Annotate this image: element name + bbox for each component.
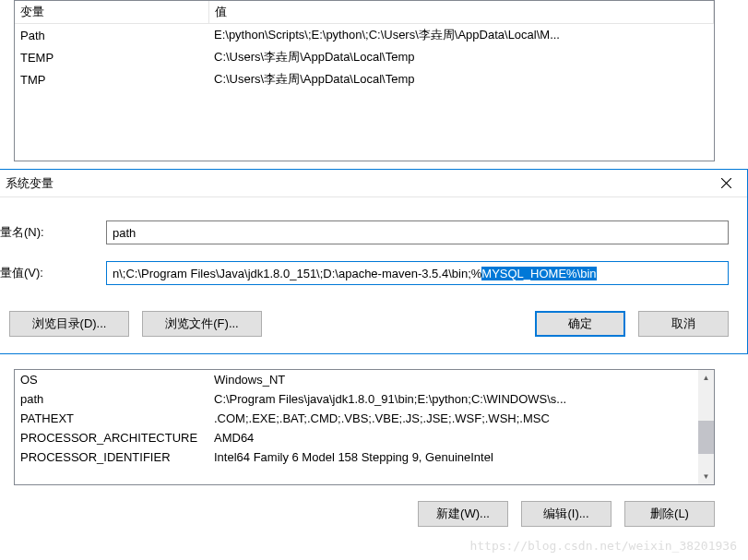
table-row[interactable]: PATHEXT .COM;.EXE;.BAT;.CMD;.VBS;.VBE;.J…	[15, 409, 698, 428]
user-vars-table[interactable]: 变量 值 Path E:\python\Scripts\;E:\python\;…	[14, 0, 715, 161]
table-header-row: 变量 值	[15, 1, 714, 24]
table-row[interactable]: TMP C:\Users\李垚周\AppData\Local\Temp	[15, 68, 714, 90]
scrollbar-thumb[interactable]	[698, 421, 714, 454]
dialog-title: 系统变量	[6, 175, 53, 192]
cell-var: OS	[15, 370, 208, 389]
dialog-titlebar[interactable]: 系统变量	[0, 170, 747, 197]
cell-var: TMP	[15, 68, 208, 90]
cancel-button[interactable]: 取消	[638, 311, 729, 337]
edit-system-variable-dialog: 系统变量 量名(N): 量值(V): n\;C:\Program Files\J…	[0, 169, 748, 354]
scrollbar-vertical[interactable]: ▲ ▼	[698, 370, 714, 484]
table-row[interactable]: PROCESSOR_IDENTIFIER Intel64 Family 6 Mo…	[15, 447, 698, 467]
value-selected: MYSQL_HOME%\bin	[481, 267, 596, 280]
scroll-down-arrow-icon[interactable]: ▼	[698, 469, 714, 484]
cell-val: AMD64	[208, 428, 698, 447]
value-prefix: n\;C:\Program Files\Java\jdk1.8.0_151\;D…	[113, 267, 481, 280]
header-value[interactable]: 值	[208, 1, 714, 24]
watermark-text: https://blog.csdn.net/weixin_38201936	[469, 539, 737, 553]
cell-val: E:\python\Scripts\;E:\python\;C:\Users\李…	[208, 24, 714, 47]
new-button[interactable]: 新建(W)...	[418, 501, 508, 527]
cell-var: Path	[15, 24, 208, 47]
ok-button[interactable]: 确定	[535, 311, 625, 337]
system-vars-button-row: 新建(W)... 编辑(I)... 删除(L)	[14, 501, 715, 527]
edit-button[interactable]: 编辑(I)...	[521, 501, 611, 527]
cell-val: C:\Users\李垚周\AppData\Local\Temp	[208, 46, 714, 68]
cell-val: Intel64 Family 6 Model 158 Stepping 9, G…	[208, 447, 698, 467]
cell-val: .COM;.EXE;.BAT;.CMD;.VBS;.VBE;.JS;.JSE;.…	[208, 409, 698, 428]
cell-var: PROCESSOR_ARCHITECTURE	[15, 428, 208, 447]
close-icon	[721, 178, 731, 188]
table-row[interactable]: Path E:\python\Scripts\;E:\python\;C:\Us…	[15, 24, 714, 47]
browse-directory-button[interactable]: 浏览目录(D)...	[9, 311, 129, 337]
table-row[interactable]: PROCESSOR_ARCHITECTURE AMD64	[15, 428, 698, 447]
browse-file-button[interactable]: 浏览文件(F)...	[142, 311, 262, 337]
cell-var: TEMP	[15, 46, 208, 68]
variable-value-input[interactable]: n\;C:\Program Files\Java\jdk1.8.0_151\;D…	[106, 261, 729, 285]
system-vars-table[interactable]: OS Windows_NT path C:\Program Files\java…	[14, 369, 715, 485]
scroll-up-arrow-icon[interactable]: ▲	[698, 370, 714, 386]
cell-var: PATHEXT	[15, 409, 208, 428]
cell-val: C:\Program Files\java\jdk1.8.0_91\bin;E:…	[208, 389, 698, 409]
close-button[interactable]	[705, 170, 747, 197]
table-row[interactable]: path C:\Program Files\java\jdk1.8.0_91\b…	[15, 389, 698, 409]
table-row[interactable]: TEMP C:\Users\李垚周\AppData\Local\Temp	[15, 46, 714, 68]
cell-var: path	[15, 389, 208, 409]
header-variable[interactable]: 变量	[15, 1, 208, 24]
cell-val: Windows_NT	[208, 370, 698, 389]
variable-name-input[interactable]	[106, 220, 729, 244]
cell-val: C:\Users\李垚周\AppData\Local\Temp	[208, 68, 714, 90]
variable-value-label: 量值(V):	[0, 265, 106, 281]
variable-name-label: 量名(N):	[0, 224, 106, 241]
delete-button[interactable]: 删除(L)	[624, 501, 715, 527]
table-row[interactable]: OS Windows_NT	[15, 370, 698, 389]
cell-var: PROCESSOR_IDENTIFIER	[15, 447, 208, 467]
